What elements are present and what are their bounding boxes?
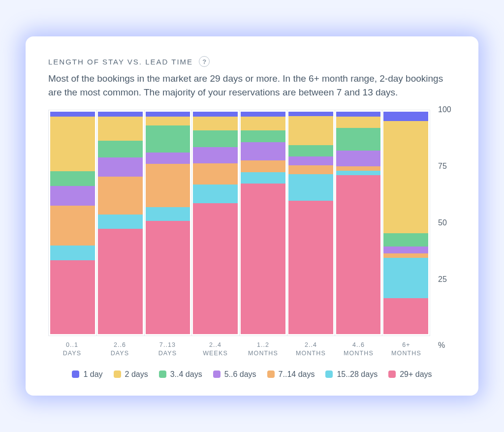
bar-segment (288, 174, 333, 201)
bar-segment (98, 141, 143, 157)
bar-segment (241, 112, 285, 116)
bar-segment (336, 128, 381, 151)
bar-segment (193, 203, 238, 334)
bar-segment (50, 117, 95, 171)
bar-segment (50, 260, 95, 335)
bar-segment (50, 206, 95, 245)
legend-swatch (159, 370, 166, 378)
bar-column (98, 112, 143, 334)
bar-column (50, 112, 95, 334)
bar-segment (98, 229, 143, 334)
bar-segment (336, 151, 381, 166)
bar-segment (146, 221, 190, 335)
bar-segment (98, 117, 143, 141)
bar-segment (241, 130, 285, 142)
y-axis: 100755025 (434, 110, 456, 336)
bar-segment (98, 112, 143, 117)
y-tick: 50 (438, 218, 447, 227)
bar-segment (383, 233, 428, 247)
x-tick-label: 2..6DAYS (97, 341, 142, 357)
bar-segment (288, 145, 333, 156)
bar-segment (336, 117, 381, 128)
chart-subtitle: Most of the bookings in the market are 2… (48, 72, 456, 99)
bar-segment (98, 157, 143, 177)
legend-swatch (72, 370, 79, 378)
bar-segment (336, 112, 381, 116)
legend-swatch (114, 370, 121, 378)
legend-item: 2 days (114, 370, 148, 379)
bar-segment (193, 185, 238, 203)
bar-segment (288, 165, 333, 174)
bar-segment (146, 112, 190, 116)
bar-segment (146, 153, 190, 164)
bar-segment (241, 172, 285, 184)
bar-segment (288, 116, 333, 145)
legend-label: 7..14 days (279, 370, 315, 379)
bar-segment (146, 117, 190, 125)
y-axis-col: 100755025 % (434, 110, 456, 357)
bar-segment (98, 215, 143, 229)
legend-swatch (325, 370, 333, 378)
bar-segment (146, 125, 190, 153)
x-tick-label: 2..4MONTHS (288, 341, 333, 357)
legend-label: 15..28 days (337, 370, 378, 379)
legend-item: 15..28 days (325, 370, 378, 379)
legend-item: 1 day (72, 370, 102, 379)
bar-segment (193, 117, 238, 131)
bar-column (336, 112, 381, 334)
bar-segment (50, 171, 95, 186)
bar-segment (50, 246, 95, 260)
bar-segment (98, 177, 143, 215)
bar-segment (146, 164, 190, 207)
bar-segment (383, 121, 428, 233)
x-tick-label: 1..2MONTHS (241, 341, 285, 357)
legend-swatch (213, 370, 220, 378)
bar-segment (193, 112, 238, 117)
y-tick: 25 (438, 275, 447, 284)
legend-label: 29+ days (400, 370, 432, 379)
y-tick: 100 (438, 105, 451, 114)
bar-segment (336, 166, 381, 171)
bar-column (383, 112, 428, 334)
legend-label: 5..6 days (224, 370, 256, 379)
bar-column (193, 112, 238, 334)
bar-segment (383, 112, 428, 121)
y-tick: 75 (438, 162, 447, 171)
x-tick-label: 7..13DAYS (145, 341, 190, 357)
title-row: LENGTH OF STAY VS. LEAD TIME ? (48, 56, 456, 67)
bar-segment (50, 186, 95, 206)
legend-swatch (267, 370, 275, 378)
legend-label: 2 days (125, 370, 148, 379)
bar-segment (336, 175, 381, 334)
bar-segment (383, 253, 428, 258)
bar-segment (383, 247, 428, 253)
x-tick-label: 4..6MONTHS (336, 341, 381, 357)
chart-card: LENGTH OF STAY VS. LEAD TIME ? Most of t… (26, 36, 478, 396)
legend-item: 29+ days (388, 370, 432, 379)
chart-area: 0..1DAYS2..6DAYS7..13DAYS2..4WEEKS1..2MO… (48, 110, 430, 357)
legend-label: 3..4 days (170, 370, 202, 379)
bar-column (146, 112, 190, 334)
help-icon[interactable]: ? (199, 56, 210, 67)
x-tick-label: 0..1DAYS (50, 341, 94, 357)
x-axis-labels: 0..1DAYS2..6DAYS7..13DAYS2..4WEEKS1..2MO… (48, 341, 430, 357)
bar-segment (50, 112, 95, 117)
bar-column (288, 112, 333, 334)
bar-segment (193, 147, 238, 163)
bar-segment (193, 163, 238, 185)
bar-segment (288, 201, 333, 334)
bars-row (48, 110, 430, 336)
x-tick-label: 2..4WEEKS (193, 341, 238, 357)
legend: 1 day2 days3..4 days5..6 days7..14 days1… (48, 370, 456, 379)
bar-column (241, 112, 285, 334)
bar-segment (241, 142, 285, 161)
legend-item: 7..14 days (267, 370, 315, 379)
bar-segment (383, 298, 428, 334)
bar-segment (146, 207, 190, 221)
bar-segment (193, 130, 238, 147)
bar-segment (241, 160, 285, 172)
bar-segment (336, 171, 381, 175)
bar-segment (288, 156, 333, 165)
y-axis-unit: % (434, 341, 456, 350)
chart-title: LENGTH OF STAY VS. LEAD TIME (48, 58, 193, 66)
